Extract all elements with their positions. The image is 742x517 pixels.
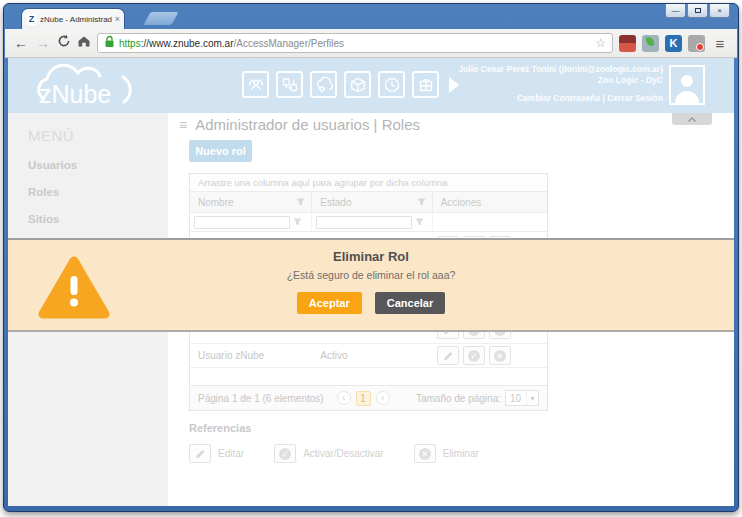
column-header-estado[interactable]: Estado bbox=[312, 192, 432, 212]
cell-estado: Activo bbox=[312, 350, 432, 361]
dropdown-arrow-icon: ▾ bbox=[526, 391, 538, 405]
url-text: https://www.znube.com.ar/AccessManager/P… bbox=[119, 38, 591, 49]
screenshot: Z zNube - Administrador de us × — × ← → bbox=[0, 0, 742, 517]
tab-close-icon[interactable]: × bbox=[115, 14, 120, 24]
cube-icon[interactable] bbox=[344, 71, 371, 98]
filter-row bbox=[190, 213, 547, 232]
page-size-select[interactable]: 10 ▾ bbox=[505, 390, 539, 406]
header-module-icons bbox=[242, 71, 459, 98]
tab-favicon: Z bbox=[26, 14, 37, 25]
check-circle-icon: ✓ bbox=[274, 444, 296, 463]
pager-next-button[interactable]: › bbox=[376, 391, 390, 405]
reference-edit: Editar bbox=[189, 444, 244, 463]
bookmark-star-icon[interactable]: ☆ bbox=[595, 36, 606, 50]
cloud-settings-icon[interactable] bbox=[310, 71, 337, 98]
sidebar-item-roles[interactable]: Roles bbox=[28, 171, 168, 198]
forward-icon[interactable]: → bbox=[35, 35, 51, 51]
collapse-button[interactable] bbox=[672, 113, 712, 125]
clock-icon[interactable] bbox=[378, 71, 405, 98]
edit-button[interactable] bbox=[437, 346, 459, 365]
title-row: ≡ Administrador de usuarios | Roles bbox=[179, 116, 420, 133]
browser-window: Z zNube - Administrador de us × — × ← → bbox=[3, 3, 739, 512]
address-bar[interactable]: https://www.znube.com.ar/AccessManager/P… bbox=[97, 33, 613, 53]
filter-icon[interactable] bbox=[293, 218, 302, 227]
delete-role-modal: Eliminar Rol ¿Está seguro de eliminar el… bbox=[8, 238, 734, 332]
page-title: Administrador de usuarios | Roles bbox=[195, 116, 420, 133]
sidebar-title: MENÚ bbox=[28, 127, 168, 144]
browser-tab[interactable]: Z zNube - Administrador de us × bbox=[21, 8, 125, 29]
gift-icon[interactable] bbox=[412, 71, 439, 98]
modal-title: Eliminar Rol bbox=[221, 249, 521, 264]
maximize-icon bbox=[695, 8, 701, 13]
tab-strip: Z zNube - Administrador de us × — × bbox=[4, 4, 738, 29]
browser-toolbar: ← → https://www.znube.com.ar/AccessManag… bbox=[5, 29, 737, 58]
modal-message: ¿Está seguro de eliminar el rol aaa? bbox=[221, 269, 521, 281]
maximize-button[interactable] bbox=[687, 4, 708, 18]
home-icon[interactable] bbox=[77, 34, 91, 52]
x-circle-icon: × bbox=[414, 444, 436, 463]
sidebar-item-sitios[interactable]: Sitios bbox=[28, 198, 168, 225]
url-domain: ://www.znube.com.ar bbox=[141, 38, 234, 49]
avatar[interactable] bbox=[669, 65, 705, 105]
delete-button[interactable]: × bbox=[489, 346, 511, 365]
filter-icon[interactable] bbox=[296, 198, 305, 207]
accept-button[interactable]: Aceptar bbox=[297, 292, 362, 314]
page-size-label: Tamaño de página: bbox=[416, 393, 501, 404]
web-page: zNube bbox=[8, 58, 734, 506]
references-title: Referencias bbox=[189, 422, 499, 434]
change-password-link[interactable]: Cambiar Contraseña bbox=[517, 93, 600, 103]
extension-icon-1[interactable] bbox=[619, 35, 636, 52]
user-name-email: Julio Cesar Perez Tonini (jtonini@zoolog… bbox=[458, 64, 663, 75]
warning-icon bbox=[36, 254, 112, 326]
filter-icon[interactable] bbox=[415, 218, 424, 227]
cell-nombre: Usuario zNube bbox=[190, 350, 312, 361]
url-scheme: https bbox=[119, 38, 141, 49]
user-sync-icon[interactable] bbox=[242, 71, 269, 98]
links-separator: | bbox=[602, 93, 604, 103]
table-row-usuario-znube[interactable]: Usuario zNube Activo ✓ × bbox=[190, 344, 547, 368]
modal-dialog: Eliminar Rol ¿Está seguro de eliminar el… bbox=[221, 240, 521, 314]
filter-icon[interactable] bbox=[417, 198, 426, 207]
pencil-icon bbox=[189, 444, 211, 463]
reference-delete: × Eliminar bbox=[414, 444, 479, 463]
new-tab-button[interactable] bbox=[144, 12, 179, 25]
tab-title: zNube - Administrador de us bbox=[40, 15, 112, 24]
cancel-button[interactable]: Cancelar bbox=[375, 292, 445, 314]
page-size: Tamaño de página: 10 ▾ bbox=[416, 390, 539, 406]
column-header-nombre[interactable]: Nombre bbox=[190, 192, 312, 212]
sidebar-toggle-icon[interactable]: ≡ bbox=[179, 117, 187, 133]
znube-logo: zNube bbox=[30, 62, 148, 114]
pager-prev-button[interactable]: ‹ bbox=[337, 391, 351, 405]
user-info: Julio Cesar Perez Tonini (jtonini@zoolog… bbox=[458, 64, 663, 103]
user-links: Cambiar Contraseña | Cerrar Sesión bbox=[458, 93, 663, 103]
new-role-button[interactable]: Nuevo rol bbox=[189, 140, 252, 162]
extension-icon-3[interactable] bbox=[688, 35, 705, 52]
window-controls: — × bbox=[665, 4, 730, 18]
back-icon[interactable]: ← bbox=[13, 35, 29, 51]
grid-header: Nombre Estado Acciones bbox=[190, 192, 547, 213]
grid-pager: Página 1 de 1 (6 elementos) ‹ 1 › Tamaño… bbox=[190, 385, 547, 410]
logout-link[interactable]: Cerrar Sesión bbox=[607, 93, 663, 103]
chrome-menu-icon[interactable]: ≡ bbox=[711, 35, 729, 52]
extension-icon-2[interactable] bbox=[642, 35, 659, 52]
reference-toggle: ✓ Activar/Desactivar bbox=[274, 444, 384, 463]
column-header-acciones: Acciones bbox=[433, 192, 547, 212]
logo-text: zNube bbox=[39, 80, 111, 108]
pager-info: Página 1 de 1 (6 elementos) bbox=[198, 393, 324, 404]
extension-icon-k[interactable]: K bbox=[665, 35, 682, 52]
reload-icon[interactable] bbox=[57, 34, 71, 52]
structure-icon[interactable] bbox=[276, 71, 303, 98]
pager-page-1[interactable]: 1 bbox=[356, 391, 371, 406]
sidebar-item-usuarios[interactable]: Usuarios bbox=[28, 144, 168, 171]
minimize-button[interactable]: — bbox=[665, 4, 686, 18]
url-path: /AccessManager/Perfiles bbox=[234, 38, 345, 49]
toggle-active-button[interactable]: ✓ bbox=[463, 346, 485, 365]
group-hint: Arrastre una columna aquí para agrupar p… bbox=[190, 174, 547, 192]
filter-estado-input[interactable] bbox=[316, 216, 412, 229]
user-company: Zoo Logic - DyC bbox=[458, 75, 663, 86]
close-button[interactable]: × bbox=[709, 4, 730, 18]
app-header: zNube bbox=[8, 58, 734, 113]
references-legend: Referencias Editar ✓ Activar/Desactivar … bbox=[189, 422, 499, 463]
lock-icon bbox=[104, 34, 115, 52]
filter-nombre-input[interactable] bbox=[194, 216, 290, 229]
